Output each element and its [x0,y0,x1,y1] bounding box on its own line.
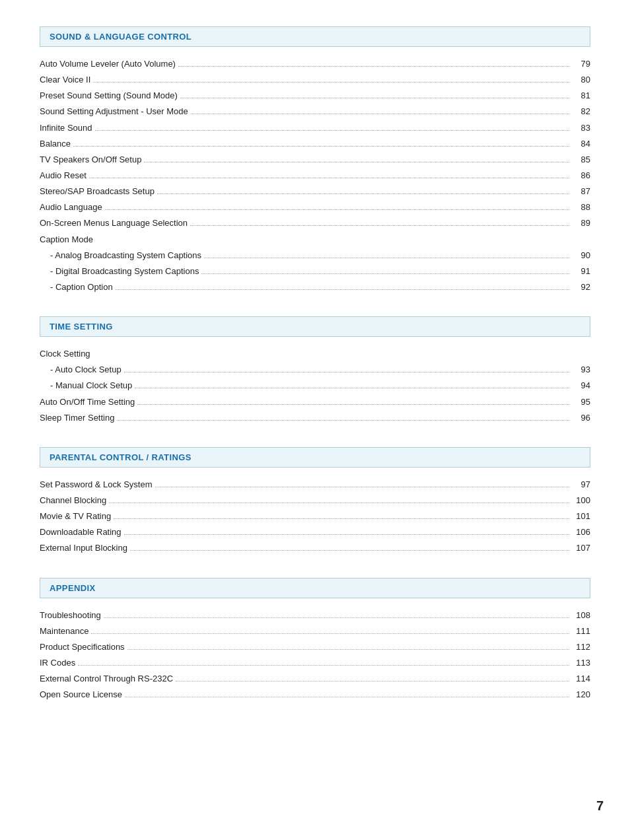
toc-entry: Caption Mode [40,232,590,248]
toc-page: 92 [572,281,590,294]
toc-entry: Open Source License120 [40,687,590,703]
toc-label: Troubleshooting [40,609,101,622]
toc-page: 80 [572,73,590,87]
toc-label: Preset Sound Setting (Sound Mode) [40,89,178,102]
toc-entry: - Auto Clock Setup93 [40,362,590,378]
toc-page: 101 [572,510,590,523]
toc-dots [155,487,569,487]
section-header-sound-language: SOUND & LANGUAGE CONTROL [40,26,590,47]
section-time-setting: TIME SETTINGClock Setting- Auto Clock Se… [40,316,590,426]
toc-dots [117,420,569,421]
toc-entry: Maintenance111 [40,623,590,639]
toc-page: 79 [572,57,590,71]
section-sound-language: SOUND & LANGUAGE CONTROLAuto Volume Leve… [40,26,590,295]
toc-entry: Infinite Sound83 [40,120,590,136]
toc-dots [176,681,569,682]
toc-entry: Audio Language88 [40,199,590,215]
toc-label: Open Source License [40,688,122,701]
toc-entry: - Caption Option92 [40,279,590,295]
section-title-appendix: APPENDIX [50,583,96,593]
toc-dots [78,665,569,666]
toc-page: 112 [572,641,590,654]
toc-page: 97 [572,478,590,491]
toc-dots [135,388,569,388]
toc-label: Product Specifications [40,641,125,654]
toc-page: 84 [572,137,590,151]
toc-page: 108 [572,609,590,622]
toc-label: Downloadable Rating [40,526,122,539]
toc-entry: Product Specifications112 [40,639,590,655]
toc-label: Auto On/Off Time Setting [40,396,135,409]
toc-entry: Set Password & Lock System97 [40,477,590,493]
toc-entry: - Digital Broadcasting System Captions91 [40,263,590,279]
toc-entry: Sleep Timer Setting96 [40,410,590,426]
toc-label: External Input Blocking [40,542,127,555]
toc-entry: External Control Through RS-232C114 [40,671,590,687]
toc-page: 82 [572,105,590,118]
section-header-parental-control: PARENTAL CONTROL / RATINGS [40,447,590,468]
toc-entry: TV Speakers On/Off Setup85 [40,152,590,168]
toc-entry: Troubleshooting108 [40,608,590,623]
toc-entry: Stereo/SAP Broadcasts Setup87 [40,184,590,199]
toc-label: Set Password & Lock System [40,478,153,491]
toc-label: IR Codes [40,656,75,670]
toc-dots [180,98,569,98]
toc-entry: Auto Volume Leveler (Auto Volume)79 [40,56,590,72]
toc-entry: Balance84 [40,136,590,152]
toc-label: Movie & TV Rating [40,510,111,523]
toc-dots [137,404,569,405]
toc-label: Channel Blocking [40,494,106,507]
toc-dots [124,534,569,535]
toc-dots [93,82,569,83]
toc-entry: Audio Reset86 [40,168,590,184]
section-parental-control: PARENTAL CONTROL / RATINGSSet Password &… [40,447,590,557]
toc-page: 96 [572,411,590,425]
toc-dots [95,130,569,131]
toc-page: 88 [572,201,590,214]
toc-page: 85 [572,153,590,166]
toc-label: Sound Setting Adjustment - User Mode [40,105,188,118]
toc-label: Balance [40,137,71,151]
toc-entry: Clock Setting [40,346,590,362]
toc-entry: Channel Blocking100 [40,493,590,508]
toc-page: 81 [572,89,590,102]
toc-label: - Digital Broadcasting System Captions [50,265,199,278]
toc-label: Clock Setting [40,347,90,361]
toc-label: - Caption Option [50,281,113,294]
toc-label: Clear Voice II [40,73,90,87]
toc-entry: On-Screen Menus Language Selection89 [40,215,590,231]
section-title-time-setting: TIME SETTING [50,322,113,332]
toc-entry: Movie & TV Rating101 [40,508,590,524]
toc-page: 111 [572,625,590,638]
section-title-parental-control: PARENTAL CONTROL / RATINGS [50,452,192,462]
toc-dots [130,550,569,551]
toc-label: On-Screen Menus Language Selection [40,217,188,230]
toc-label: Sleep Timer Setting [40,411,114,425]
toc-entry: Preset Sound Setting (Sound Mode)81 [40,88,590,104]
toc-page: 91 [572,265,590,278]
toc-label: TV Speakers On/Off Setup [40,153,141,166]
toc-label: Audio Language [40,201,102,214]
toc-page: 86 [572,169,590,182]
toc-page: 90 [572,249,590,262]
toc-dots [124,372,569,372]
section-title-sound-language: SOUND & LANGUAGE CONTROL [50,32,192,42]
toc-page: 89 [572,217,590,230]
toc-page: 113 [572,656,590,670]
toc-dots [201,273,569,274]
toc-page: 107 [572,542,590,555]
toc-dots [114,518,569,519]
toc-label: - Auto Clock Setup [50,363,122,376]
toc-label: - Manual Clock Setup [50,379,132,392]
toc-entry: IR Codes113 [40,655,590,671]
toc-entry: - Analog Broadcasting System Captions90 [40,248,590,263]
toc-page: 114 [572,672,590,685]
section-header-appendix: APPENDIX [40,578,590,598]
toc-dots [105,209,569,210]
toc-page: 83 [572,122,590,135]
toc-dots [190,225,569,226]
toc-dots [178,66,569,67]
toc-dots [157,193,569,194]
toc-entry: Sound Setting Adjustment - User Mode82 [40,104,590,120]
toc-label: Infinite Sound [40,122,92,135]
